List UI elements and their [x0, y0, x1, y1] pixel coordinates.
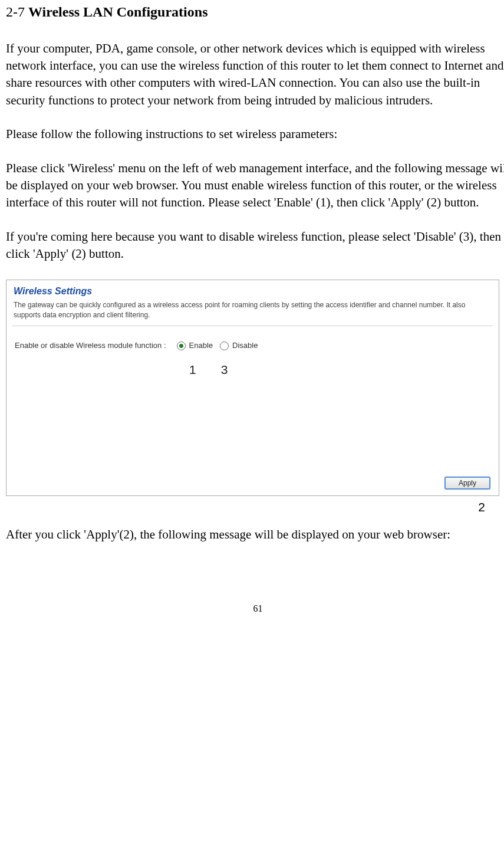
- wireless-settings-screenshot: Wireless Settings The gateway can be qui…: [6, 280, 499, 496]
- wireless-module-form-row: Enable or disable Wireless module functi…: [6, 326, 499, 356]
- wireless-module-label: Enable or disable Wireless module functi…: [15, 340, 166, 351]
- section-heading: 2-7 Wireless LAN Configurations: [6, 2, 504, 22]
- enable-radio-label: Enable: [189, 340, 213, 351]
- body-paragraph: Please follow the following instructions…: [6, 126, 504, 143]
- heading-title: Wireless LAN Configurations: [28, 4, 207, 19]
- body-paragraph: Please click 'Wireless' menu on the left…: [6, 160, 504, 212]
- body-paragraph: After you click 'Apply'(2), the followin…: [6, 526, 504, 543]
- annotation-1: 1: [189, 361, 196, 378]
- disable-radio-group[interactable]: Disable: [220, 340, 265, 351]
- annotation-row: 1 3: [6, 361, 499, 378]
- annotation-3: 3: [221, 361, 228, 378]
- wireless-settings-description: The gateway can be quickly configured as…: [6, 300, 499, 324]
- apply-button[interactable]: Apply: [444, 477, 490, 490]
- body-paragraph: If your computer, PDA, game console, or …: [6, 40, 504, 110]
- enable-radio-group[interactable]: Enable: [177, 340, 220, 351]
- enable-radio[interactable]: [177, 341, 186, 350]
- wireless-settings-title: Wireless Settings: [6, 280, 499, 300]
- disable-radio[interactable]: [220, 341, 229, 350]
- annotation-2: 2: [6, 498, 504, 515]
- heading-prefix: 2-7: [6, 4, 28, 19]
- disable-radio-label: Disable: [232, 340, 258, 351]
- page-number: 61: [6, 602, 504, 615]
- body-paragraph: If you're coming here because you want t…: [6, 228, 504, 263]
